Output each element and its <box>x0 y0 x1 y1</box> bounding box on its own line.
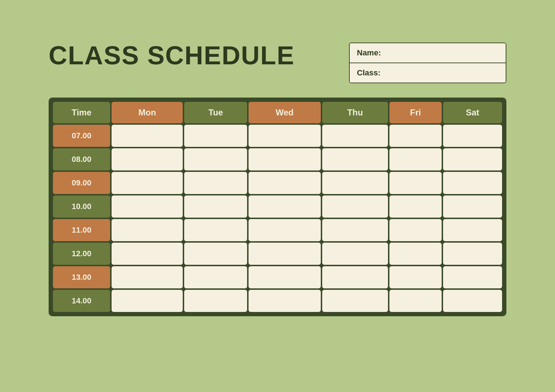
time-cell-5: 12.00 <box>53 243 110 265</box>
name-label: Name: <box>357 48 381 57</box>
name-row: Name: <box>350 43 506 63</box>
schedule-cell[interactable] <box>184 219 247 241</box>
schedule-cell[interactable] <box>443 148 502 170</box>
schedule-cell[interactable] <box>322 172 388 194</box>
schedule-cell[interactable] <box>389 125 442 147</box>
schedule-cell[interactable] <box>443 172 502 194</box>
schedule-cell[interactable] <box>389 172 442 194</box>
time-cell-4: 11.00 <box>53 219 110 241</box>
schedule-cell[interactable] <box>443 290 502 312</box>
schedule-cell[interactable] <box>184 172 247 194</box>
schedule-cell[interactable] <box>112 243 183 265</box>
schedule-cell[interactable] <box>249 125 321 147</box>
schedule-cell[interactable] <box>249 219 321 241</box>
schedule-cell[interactable] <box>443 243 502 265</box>
schedule-cell[interactable] <box>112 125 183 147</box>
schedule-cell[interactable] <box>249 172 321 194</box>
schedule-cell[interactable] <box>249 195 321 218</box>
schedule-cell[interactable] <box>322 266 388 288</box>
col-header-fri: Fri <box>389 102 442 123</box>
schedule-cell[interactable] <box>322 148 388 170</box>
header: CLASS SCHEDULE Name: Class: <box>49 43 506 83</box>
schedule-cell[interactable] <box>184 290 247 312</box>
schedule-cell[interactable] <box>322 243 388 265</box>
schedule-cell[interactable] <box>322 195 388 218</box>
table-row: 13.00 <box>53 266 502 288</box>
schedule-cell[interactable] <box>112 219 183 241</box>
schedule-cell[interactable] <box>112 266 183 288</box>
header-row: Time Mon Tue Wed Thu Fri <box>53 102 502 123</box>
col-header-thu: Thu <box>322 102 388 123</box>
col-header-sat: Sat <box>443 102 502 123</box>
page-title: CLASS SCHEDULE <box>49 43 295 68</box>
time-cell-1: 08.00 <box>53 148 110 170</box>
schedule-cell[interactable] <box>249 290 321 312</box>
col-header-mon: Mon <box>112 102 183 123</box>
schedule-cell[interactable] <box>322 290 388 312</box>
schedule-cell[interactable] <box>112 290 183 312</box>
class-row: Class: <box>350 63 506 83</box>
schedule-cell[interactable] <box>184 266 247 288</box>
info-box: Name: Class: <box>349 43 506 83</box>
schedule-cell[interactable] <box>249 243 321 265</box>
schedule-cell[interactable] <box>389 148 442 170</box>
time-cell-2: 09.00 <box>53 172 110 194</box>
col-header-wed: Wed <box>249 102 321 123</box>
schedule-cell[interactable] <box>322 125 388 147</box>
schedule-cell[interactable] <box>249 148 321 170</box>
schedule-table-wrapper: Time Mon Tue Wed Thu Fri <box>49 98 506 316</box>
schedule-cell[interactable] <box>389 266 442 288</box>
schedule-cell[interactable] <box>389 243 442 265</box>
schedule-table: Time Mon Tue Wed Thu Fri <box>49 98 506 316</box>
schedule-cell[interactable] <box>443 219 502 241</box>
schedule-cell[interactable] <box>184 125 247 147</box>
schedule-cell[interactable] <box>322 219 388 241</box>
table-row: 07.00 <box>53 125 502 147</box>
schedule-cell[interactable] <box>184 148 247 170</box>
page: CLASS SCHEDULE Name: Class: Time Mon <box>27 25 528 368</box>
schedule-cell[interactable] <box>389 219 442 241</box>
schedule-cell[interactable] <box>112 172 183 194</box>
schedule-cell[interactable] <box>443 266 502 288</box>
schedule-cell[interactable] <box>389 290 442 312</box>
schedule-cell[interactable] <box>112 148 183 170</box>
col-header-time: Time <box>53 102 110 123</box>
time-cell-6: 13.00 <box>53 266 110 288</box>
time-cell-0: 07.00 <box>53 125 110 147</box>
table-row: 14.00 <box>53 290 502 312</box>
schedule-cell[interactable] <box>389 195 442 218</box>
schedule-cell[interactable] <box>112 195 183 218</box>
schedule-cell[interactable] <box>443 125 502 147</box>
time-cell-3: 10.00 <box>53 195 110 218</box>
time-cell-7: 14.00 <box>53 290 110 312</box>
col-header-tue: Tue <box>184 102 247 123</box>
schedule-cell[interactable] <box>249 266 321 288</box>
schedule-cell[interactable] <box>184 195 247 218</box>
schedule-cell[interactable] <box>443 195 502 218</box>
table-row: 09.00 <box>53 172 502 194</box>
table-row: 08.00 <box>53 148 502 170</box>
class-label: Class: <box>357 68 380 77</box>
schedule-cell[interactable] <box>184 243 247 265</box>
table-row: 12.00 <box>53 243 502 265</box>
table-row: 11.00 <box>53 219 502 241</box>
table-row: 10.00 <box>53 195 502 218</box>
